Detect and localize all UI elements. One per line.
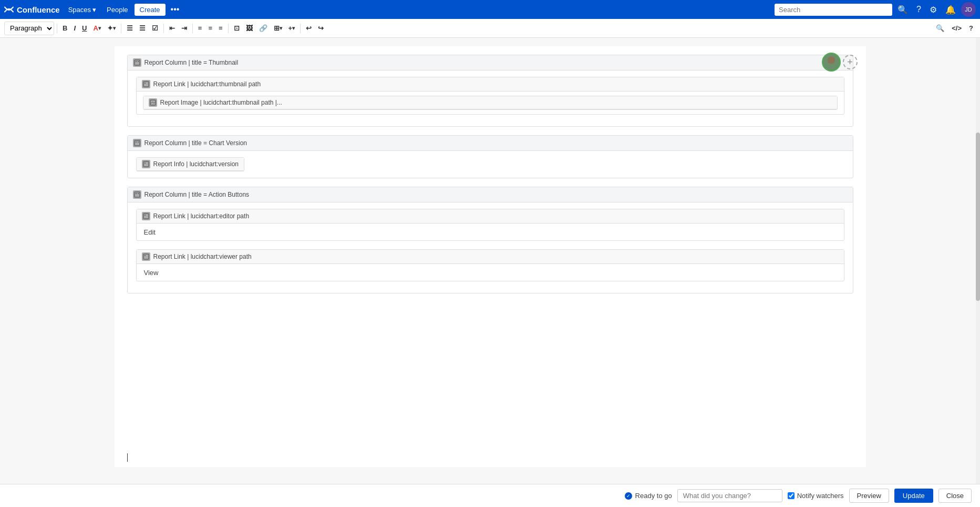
numbered-icon: ☰ <box>139 24 146 32</box>
report-column-action-buttons-body: Report Link | lucidchart:editor path Edi… <box>128 202 853 293</box>
align-left-button[interactable]: ≡ <box>195 22 205 35</box>
svg-rect-21 <box>143 254 149 259</box>
source-editor-button[interactable]: </> <box>949 22 964 35</box>
color-chevron-icon: ▾ <box>98 25 101 31</box>
svg-rect-6 <box>145 83 146 84</box>
update-button[interactable]: Update <box>894 489 933 503</box>
indent-button[interactable]: ⇥ <box>179 22 190 35</box>
align-right-button[interactable]: ≡ <box>216 22 225 35</box>
report-column-thumbnail: Report Column | title = Thumbnail Report… <box>127 55 853 127</box>
collaborator-avatar[interactable] <box>822 53 841 72</box>
more-nav-button[interactable]: ••• <box>168 3 183 16</box>
macro-icon-action-buttons <box>133 190 141 199</box>
svg-rect-19 <box>143 214 149 219</box>
svg-rect-4 <box>138 61 139 62</box>
numbered-list-button[interactable]: ☰ <box>137 22 148 35</box>
bold-button[interactable]: B <box>60 22 70 35</box>
italic-button[interactable]: I <box>71 22 78 35</box>
link-icon: 🔗 <box>259 24 267 32</box>
underline-button[interactable]: U <box>79 22 89 35</box>
scrollbar-thumb[interactable] <box>976 133 980 301</box>
content-area[interactable]: + Report Column | title = Thumbnail Repo… <box>0 38 980 507</box>
search-input[interactable] <box>775 4 892 16</box>
svg-rect-11 <box>135 140 140 146</box>
create-button[interactable]: Create <box>135 4 166 16</box>
divider-1 <box>57 24 57 33</box>
view-text: View <box>143 266 160 280</box>
preview-button[interactable]: Preview <box>849 489 889 503</box>
paragraph-select[interactable]: Paragraph <box>4 22 54 35</box>
edit-text: Edit <box>143 225 157 239</box>
report-link-thumbnail-header: Report Link | lucidchart:thumbnail path <box>137 77 844 92</box>
svg-line-9 <box>152 102 154 103</box>
text-color-button[interactable]: A ▾ <box>90 22 103 35</box>
report-column-thumbnail-header: Report Column | title = Thumbnail <box>128 55 853 70</box>
bullet-list-button[interactable]: ☰ <box>124 22 136 35</box>
people-label: People <box>107 6 128 14</box>
divider-2 <box>121 24 121 33</box>
format-button[interactable]: ✦ ▾ <box>105 22 118 35</box>
svg-rect-12 <box>136 141 137 143</box>
editor-cursor <box>127 453 128 462</box>
bottom-bar: Ready to go Notify watchers Preview Upda… <box>0 484 980 507</box>
avatar-initials: JD <box>965 6 972 13</box>
close-label: Close <box>946 492 964 500</box>
svg-rect-22 <box>145 255 146 256</box>
avatar[interactable]: JD <box>961 2 976 17</box>
people-nav-btn[interactable]: People <box>102 4 132 16</box>
outdent-button[interactable]: ⇤ <box>167 22 178 35</box>
help-toolbar-button[interactable]: ? <box>966 22 976 35</box>
align-left-icon: ≡ <box>198 24 202 32</box>
report-image-thumbnail-header: Report Image | lucidchart:thumbnail path… <box>143 96 837 109</box>
align-center-button[interactable]: ≡ <box>205 22 215 35</box>
scrollbar-track[interactable] <box>976 38 980 484</box>
notify-watchers-checkbox[interactable] <box>788 492 795 499</box>
image-icon: 🖼 <box>246 24 253 32</box>
svg-rect-2 <box>135 60 140 65</box>
find-button[interactable]: 🔍 <box>933 22 947 35</box>
help-icon-btn[interactable]: ? <box>913 3 924 16</box>
indent-icon: ⇥ <box>181 24 187 32</box>
table-button[interactable]: ⊞ ▾ <box>271 22 285 35</box>
undo-icon: ↩ <box>306 24 312 32</box>
search-icon-btn[interactable]: 🔍 <box>894 3 911 17</box>
report-info-version-label: Report Info | lucidchart:version <box>153 160 239 168</box>
table-chevron-icon: ▾ <box>280 25 282 31</box>
spaces-menu[interactable]: Spaces ▾ <box>64 4 100 16</box>
format-chevron-icon: ▾ <box>113 25 116 31</box>
panel-icon: ⊡ <box>234 24 240 32</box>
divider-3 <box>163 24 164 33</box>
close-button[interactable]: Close <box>938 489 972 503</box>
macro-icon-thumbnail <box>133 58 141 67</box>
format-icon: ✦ <box>107 24 113 32</box>
settings-icon-btn[interactable]: ⚙ <box>926 3 940 17</box>
link-button[interactable]: 🔗 <box>256 22 270 35</box>
report-info-version: Report Info | lucidchart:version <box>136 157 245 171</box>
redo-icon: ↪ <box>318 24 324 32</box>
help-icon: ? <box>969 24 973 32</box>
image-button[interactable]: 🖼 <box>243 22 255 35</box>
align-center-icon: ≡ <box>208 24 212 32</box>
report-link-editor-label: Report Link | lucidchart:editor path <box>153 212 250 220</box>
change-description-input[interactable] <box>677 489 782 502</box>
color-a-icon: A <box>93 24 98 32</box>
report-column-chart-version: Report Column | title = Chart Version Re… <box>127 135 853 178</box>
svg-rect-18 <box>138 193 139 194</box>
insert-chevron-icon: ▾ <box>292 25 295 31</box>
report-column-action-buttons: Report Column | title = Action Buttons R… <box>127 187 853 293</box>
top-navigation: Confluence Spaces ▾ People Create ••• 🔍 … <box>0 0 980 19</box>
outdent-icon: ⇤ <box>169 24 175 32</box>
divider-6 <box>300 24 301 33</box>
undo-button[interactable]: ↩ <box>303 22 314 35</box>
align-right-icon: ≡ <box>219 24 223 32</box>
add-collaborator-button[interactable]: + <box>843 55 858 69</box>
report-link-viewer-label: Report Link | lucidchart:viewer path <box>153 253 252 260</box>
report-link-editor: Report Link | lucidchart:editor path Edi… <box>136 209 844 241</box>
confluence-logo[interactable]: Confluence <box>4 5 60 14</box>
report-link-viewer-header: Report Link | lucidchart:viewer path <box>137 250 844 264</box>
notifications-icon-btn[interactable]: 🔔 <box>942 3 959 17</box>
task-button[interactable]: ☑ <box>149 22 161 35</box>
panel-button[interactable]: ⊡ <box>231 22 242 35</box>
redo-button[interactable]: ↪ <box>315 22 326 35</box>
insert-button[interactable]: + ▾ <box>286 22 298 35</box>
